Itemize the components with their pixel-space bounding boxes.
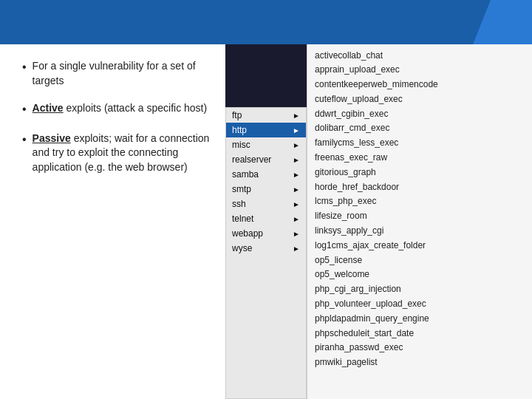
arrow-icon: ► xyxy=(293,230,300,238)
exploit-item[interactable]: familycms_less_exec xyxy=(315,136,525,151)
menu-item-wyse[interactable]: wyse► xyxy=(226,241,306,256)
exploit-item[interactable]: freenas_exec_raw xyxy=(315,151,525,166)
exploit-item[interactable]: op5_license xyxy=(315,253,525,267)
menu-top-bar xyxy=(225,44,307,107)
header xyxy=(0,0,532,44)
menu-item-ftp[interactable]: ftp► xyxy=(226,108,306,123)
arrow-icon: ► xyxy=(293,215,300,223)
exploit-item[interactable]: lcms_php_exec xyxy=(315,194,525,209)
bullet-text-2: Active exploits (attack a specific host) xyxy=(33,101,208,116)
exploit-item[interactable]: pmwiki_pagelist xyxy=(315,355,525,370)
exploit-item[interactable]: php_volunteer_upload_exec xyxy=(315,297,525,312)
right-panel: activecollab_chatapprain_upload_execcont… xyxy=(307,44,532,399)
exploit-item[interactable]: activecollab_chat xyxy=(315,48,525,63)
bullet-item-1: For a single vulnerability for a set of … xyxy=(22,59,211,88)
exploit-list: activecollab_chatapprain_upload_execcont… xyxy=(315,48,525,370)
bullet-item-3: Passive exploits; wait for a connection … xyxy=(22,132,211,175)
arrow-icon: ► xyxy=(293,245,300,253)
exploit-item[interactable]: linksys_apply_cgi xyxy=(315,224,525,239)
menu-item-webapp[interactable]: webapp► xyxy=(226,226,306,241)
menu-item-label: realserver xyxy=(232,154,271,165)
menu-item-label: ssh xyxy=(232,199,246,209)
menu-item-realserver[interactable]: realserver► xyxy=(226,152,306,167)
exploit-item[interactable]: lifesize_room xyxy=(315,209,525,224)
arrow-icon: ► xyxy=(293,141,300,149)
context-menu: ftp►http►misc►realserver►samba►smtp►ssh►… xyxy=(225,107,307,399)
arrow-icon: ► xyxy=(293,112,300,120)
arrow-icon: ► xyxy=(293,185,300,194)
left-panel: For a single vulnerability for a set of … xyxy=(0,44,225,399)
exploit-item[interactable]: cuteflow_upload_exec xyxy=(315,92,525,106)
menu-item-label: samba xyxy=(232,169,259,180)
main-content: For a single vulnerability for a set of … xyxy=(0,44,532,399)
menu-item-label: http xyxy=(232,125,247,135)
exploit-item[interactable]: ddwrt_cgibin_exec xyxy=(315,106,525,121)
menu-item-label: smtp xyxy=(232,184,251,194)
center-panel: ftp►http►misc►realserver►samba►smtp►ssh►… xyxy=(225,44,307,399)
arrow-icon: ► xyxy=(293,200,300,208)
menu-item-label: webapp xyxy=(232,228,263,239)
menu-item-ssh[interactable]: ssh► xyxy=(226,197,306,211)
exploit-item[interactable]: horde_href_backdoor xyxy=(315,180,525,194)
menu-item-http[interactable]: http► xyxy=(226,123,306,137)
menu-item-samba[interactable]: samba► xyxy=(226,167,306,182)
dept-label xyxy=(22,387,211,392)
arrow-icon: ► xyxy=(293,126,300,134)
menu-item-label: ftp xyxy=(232,110,242,120)
menu-item-label: misc xyxy=(232,140,250,150)
menu-item-smtp[interactable]: smtp► xyxy=(226,182,306,197)
bullet-item-2: Active exploits (attack a specific host) xyxy=(22,101,211,117)
arrow-icon: ► xyxy=(293,171,300,179)
menu-item-telnet[interactable]: telnet► xyxy=(226,211,306,226)
bullet-text-3: Passive exploits; wait for a connection … xyxy=(33,132,211,175)
exploit-item[interactable]: php_cgi_arg_injection xyxy=(315,282,525,297)
exploit-item[interactable]: phpscheduleit_start_date xyxy=(315,326,525,341)
header-accent xyxy=(473,0,532,44)
bullet-list: For a single vulnerability for a set of … xyxy=(22,59,211,188)
exploit-item[interactable]: gitorious_graph xyxy=(315,165,525,180)
exploit-item[interactable]: log1cms_ajax_create_folder xyxy=(315,238,525,253)
exploit-item[interactable]: piranha_passwd_exec xyxy=(315,341,525,355)
exploit-item[interactable]: phpldapadmin_query_engine xyxy=(315,311,525,326)
menu-item-label: wyse xyxy=(232,243,252,253)
exploit-item[interactable]: op5_welcome xyxy=(315,267,525,282)
menu-item-label: telnet xyxy=(232,214,253,224)
bullet-text-1: For a single vulnerability for a set of … xyxy=(33,59,211,88)
arrow-icon: ► xyxy=(293,156,300,164)
exploit-item[interactable]: contentkeeperweb_mimencode xyxy=(315,78,525,92)
exploit-item[interactable]: dolibarr_cmd_exec xyxy=(315,121,525,136)
exploit-item[interactable]: apprain_upload_exec xyxy=(315,63,525,78)
menu-item-misc[interactable]: misc► xyxy=(226,137,306,152)
